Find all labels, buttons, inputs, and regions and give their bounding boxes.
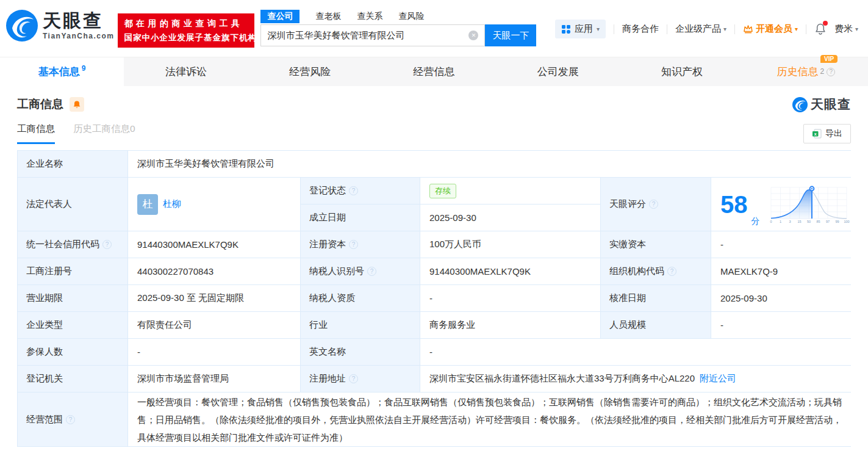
subtab-row: 工商信息 历史工商信息0 x 导出 [0,123,868,144]
vip-badge: VIP [820,55,838,63]
credit-code-value: 91440300MAEXLK7Q9K [128,231,300,258]
help-icon[interactable]: ? [349,186,358,195]
company-type-value: 有限责任公司 [128,312,300,338]
taxpayer-id-label: 纳税人识别号 ? [301,258,420,284]
search-input[interactable] [267,31,468,41]
search-row: ✕ 天眼一下 [260,24,536,46]
tab-operation-risk[interactable]: 经营风险 [248,57,372,86]
org-code-value: MAEXLK7Q-9 [711,258,859,284]
tab-legal-litigation-label: 法律诉讼 [165,65,207,79]
search-tab-company[interactable]: 查公司 [260,10,299,23]
subtabs: 工商信息 历史工商信息0 [17,123,135,144]
export-button[interactable]: x 导出 [803,124,851,143]
legal-rep-link[interactable]: 杜柳 [163,198,181,210]
establish-date-value: 2025-09-30 [420,204,600,231]
svg-text:99: 99 [835,220,839,223]
org-code-label-text: 组织机构代码 [609,266,664,277]
search-tab-risk[interactable]: 查风险 [398,11,424,22]
tab-intellectual-property[interactable]: 知识产权 [620,57,744,86]
logo-brand: 天眼查 [43,11,114,31]
subtab-history-count: 0 [130,123,135,134]
industry-label: 行业 [301,312,420,338]
tianyancha-eye-icon [6,10,38,42]
notifications-button[interactable] [814,23,827,35]
tab-operation-info-label: 经营信息 [413,65,454,79]
legal-rep-value: 杜 杜柳 [128,178,300,231]
crown-icon [743,24,753,34]
credit-code-label-text: 统一社会信用代码 [26,239,99,250]
help-icon[interactable]: ? [649,200,658,209]
help-icon[interactable]: ? [349,240,358,249]
help-icon[interactable]: ? [827,68,835,76]
reg-capital-label: 注册资本 ? [301,231,420,258]
nearby-companies-link[interactable]: 附近公司 [700,373,736,385]
tab-company-development[interactable]: 公司发展 [496,57,620,86]
tab-basic-info[interactable]: 基本信息 9 [0,57,124,86]
tab-history-label: 历史信息 [777,65,818,79]
divider [806,24,806,34]
search-tab-relation[interactable]: 查关系 [357,11,382,22]
business-scope-label-text: 经营范围 [26,414,63,425]
slogan-banner: 都在用的商业查询工具 国家中小企业发展子基金旗下机构 [118,13,254,48]
subtab-history-business-info[interactable]: 历史工商信息0 [73,123,135,144]
user-menu[interactable]: 费米 ▾ [834,23,858,35]
score-unit: 分 [751,216,760,227]
tianyancha-logo[interactable]: 天眼查 TianYanCha.com [6,10,114,42]
legal-rep-avatar[interactable]: 杜 [137,194,158,215]
apps-menu[interactable]: 应用 ▾ [555,20,606,38]
reg-authority-label: 登记机关 [18,366,127,392]
paid-capital-label: 实缴资本 [601,231,711,258]
enterprise-products-menu[interactable]: 企业级产品 ▾ [675,23,726,35]
help-icon[interactable]: ? [667,267,676,276]
business-scope-text: 一般经营项目：餐饮管理；食品销售（仅销售预包装食品）；食品互联网销售（仅销售预包… [137,393,850,446]
org-code-label: 组织机构代码 ? [601,258,711,284]
chevron-down-icon: ▾ [723,26,726,32]
open-vip-menu[interactable]: 开通会员 ▾ [743,23,798,35]
help-icon[interactable]: ? [66,415,75,424]
reg-address-value: 深圳市宝安区福永街道怀德社区福永大道33号万利商务中心AL220 附近公司 [420,366,859,392]
slogan-line2: 国家中小企业发展子基金旗下机构 [124,31,248,45]
monitor-bell-button[interactable] [70,97,84,112]
taxpayer-id-value: 91440300MAEXLK7Q9K [420,258,600,284]
search-tabs: 查公司 查老板 查关系 查风险 [260,9,536,24]
username: 费米 [834,23,853,35]
logo-domain: TianYanCha.com [43,32,114,40]
svg-text:0: 0 [770,220,772,223]
business-scope-value: 一般经营项目：餐饮管理；食品销售（仅销售预包装食品）；食品互联网销售（仅销售预包… [128,393,859,446]
logo-text: 天眼查 TianYanCha.com [43,11,114,40]
section-title: 工商信息 [17,96,63,112]
help-icon[interactable]: ? [367,267,376,276]
search-button[interactable]: 天眼一下 [485,24,536,46]
subtab-business-info[interactable]: 工商信息 [17,123,55,144]
subtab-history-label: 历史工商信息 [73,123,130,134]
search-tab-boss[interactable]: 查老板 [315,11,341,22]
business-cooperation-link[interactable]: 商务合作 [622,23,659,35]
insured-count-value: - [128,339,300,365]
help-icon[interactable]: ? [102,240,112,249]
company-type-label: 企业类型 [18,312,127,338]
search-area: 查公司 查老板 查关系 查风险 ✕ 天眼一下 [260,9,536,46]
paid-capital-value: - [711,231,859,258]
tab-history-info[interactable]: VIP 历史信息 2 ? [744,57,868,86]
establish-date-label: 成立日期 [301,204,420,231]
excel-icon: x [812,129,822,139]
approval-date-value: 2025-09-30 [711,285,859,311]
clear-search-icon[interactable]: ✕ [468,31,478,40]
divider [734,24,735,34]
tab-operation-info[interactable]: 经营信息 [372,57,496,86]
tab-legal-litigation[interactable]: 法律诉讼 [124,57,248,86]
reg-number-label: 工商注册号 [18,258,127,284]
search-box: ✕ [260,24,485,46]
divider [667,24,667,34]
chevron-down-icon: ▾ [795,26,798,32]
help-icon[interactable]: ? [349,374,358,383]
watermark-logo: 天眼查 [792,96,851,113]
svg-text:50: 50 [806,220,810,223]
chevron-down-icon: ▾ [855,26,858,32]
business-term-label: 营业期限 [18,285,127,311]
reg-authority-value: 深圳市市场监督管理局 [128,366,300,392]
score-number: 58 [720,192,748,217]
tab-basic-info-count: 9 [82,64,86,73]
open-vip-label: 开通会员 [756,23,792,35]
export-label: 导出 [825,128,842,139]
